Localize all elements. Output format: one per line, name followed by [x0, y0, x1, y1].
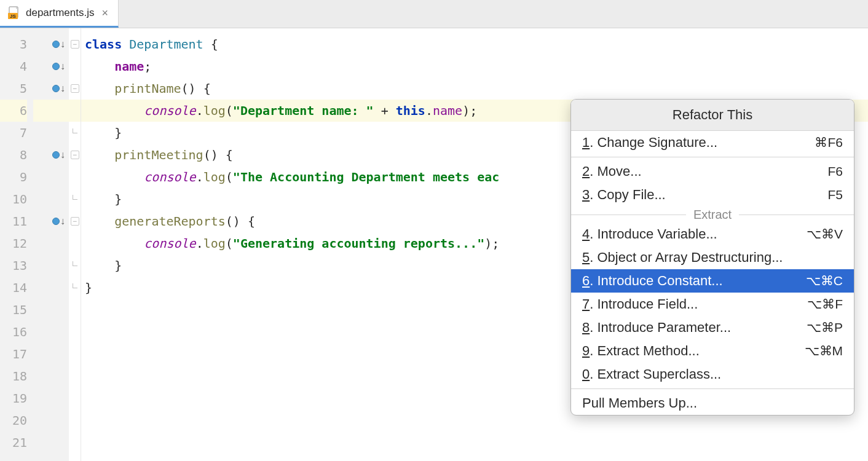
gutter-icon-row: [33, 277, 69, 299]
gutter-icon-row: ↓: [33, 144, 69, 166]
fold-row: [69, 144, 81, 166]
implementing-icon[interactable]: ↓: [52, 33, 65, 55]
gutter-icon-row: ↓: [33, 77, 69, 100]
gutter-icon-row: [33, 299, 69, 321]
gutter-icon-row: [33, 188, 69, 210]
line-number: 10: [0, 188, 27, 210]
menu-item[interactable]: 7. Introduce Field...⌥⌘F: [571, 293, 854, 316]
menu-item-label: 1. Change Signature...: [582, 135, 717, 151]
menu-item-shortcut: F5: [827, 187, 843, 202]
gutter-icon-row: ↓: [33, 210, 69, 232]
fold-collapse-icon[interactable]: [71, 84, 79, 93]
gutter-icon-row: [33, 321, 69, 343]
fold-gutter: [69, 28, 81, 461]
fold-row: [69, 409, 81, 431]
fold-collapse-icon[interactable]: [71, 217, 79, 226]
fold-row: [69, 299, 81, 321]
line-number: 14: [0, 277, 27, 299]
fold-row: [69, 166, 81, 188]
menu-item-label: 6. Introduce Constant...: [582, 273, 723, 289]
fold-end-icon: [71, 261, 79, 270]
fold-row: [69, 254, 81, 277]
gutter-icon-row: [33, 431, 69, 454]
fold-row: [69, 210, 81, 232]
fold-row: [69, 343, 81, 365]
tab-bar: JS departments.js ×: [0, 0, 868, 28]
menu-item-label: Pull Members Up...: [582, 395, 697, 411]
menu-item[interactable]: 1. Change Signature...⌘F6: [571, 131, 854, 154]
menu-item-shortcut: ⌥⌘P: [807, 320, 843, 335]
fold-row: [69, 55, 81, 77]
menu-item[interactable]: 2. Move...F6: [571, 160, 854, 183]
line-number: 15: [0, 299, 27, 321]
menu-item-shortcut: ⌥⌘F: [807, 297, 843, 312]
gutter-icon-row: [33, 343, 69, 365]
line-number: 8: [0, 144, 27, 166]
menu-item[interactable]: 0. Extract Superclass...: [571, 363, 854, 386]
implementing-icon[interactable]: ↓: [52, 210, 65, 232]
line-number: 4: [0, 55, 27, 77]
file-tab[interactable]: JS departments.js ×: [0, 0, 119, 28]
menu-item-label: 8. Introduce Parameter...: [582, 320, 731, 336]
gutter-icon-row: [33, 254, 69, 277]
fold-end-icon: [71, 128, 79, 137]
menu-separator: [571, 157, 854, 157]
menu-item-shortcut: ⌥⌘C: [806, 274, 843, 288]
fold-row: [69, 277, 81, 299]
fold-row: [69, 188, 81, 210]
menu-item[interactable]: 5. Object or Array Destructuring...: [571, 246, 854, 269]
fold-row: [69, 387, 81, 409]
implementing-icon[interactable]: ↓: [52, 144, 65, 166]
line-number: 20: [0, 409, 27, 431]
code-line[interactable]: class Department {: [81, 33, 868, 55]
implementing-icon[interactable]: ↓: [52, 55, 65, 77]
menu-group-label: Extract: [571, 207, 854, 223]
refactor-popup: Refactor This 1. Change Signature...⌘F62…: [570, 99, 854, 416]
line-number: 11: [0, 210, 27, 232]
line-number: 6: [0, 100, 27, 122]
line-number: 13: [0, 254, 27, 277]
menu-item-shortcut: F6: [827, 164, 843, 179]
close-icon[interactable]: ×: [100, 7, 111, 20]
code-line[interactable]: name;: [81, 55, 868, 77]
fold-row: [69, 431, 81, 454]
menu-item[interactable]: Pull Members Up...: [571, 392, 854, 415]
menu-separator: [571, 388, 854, 389]
fold-row: [69, 122, 81, 144]
gutter-icon-row: [33, 100, 69, 122]
menu-item-shortcut: ⌘F6: [815, 135, 843, 150]
line-number: 18: [0, 365, 27, 387]
gutter-icon-row: ↓: [33, 55, 69, 77]
gutter-icon-row: [33, 365, 69, 387]
menu-item[interactable]: 8. Introduce Parameter...⌥⌘P: [571, 316, 854, 339]
line-number: 3: [0, 33, 27, 55]
menu-item-label: 3. Copy File...: [582, 187, 666, 203]
js-file-icon: JS: [7, 6, 21, 20]
gutter-icon-row: [33, 387, 69, 409]
line-number: 16: [0, 321, 27, 343]
menu-item-label: 2. Move...: [582, 164, 642, 179]
menu-item-shortcut: ⌥⌘V: [807, 227, 843, 242]
gutter-icon-row: [33, 166, 69, 188]
gutter-icon-row: ↓: [33, 33, 69, 55]
implementing-icon[interactable]: ↓: [52, 77, 65, 100]
fold-row: [69, 365, 81, 387]
fold-row: [69, 321, 81, 343]
fold-end-icon: [71, 195, 79, 203]
menu-item[interactable]: 3. Copy File...F5: [571, 183, 854, 207]
code-line[interactable]: printName() {: [81, 77, 868, 100]
gutter-icon-row: [33, 409, 69, 431]
line-number: 9: [0, 166, 27, 188]
menu-item-label: 4. Introduce Variable...: [582, 226, 717, 242]
menu-item[interactable]: 9. Extract Method...⌥⌘M: [571, 339, 854, 363]
popup-title: Refactor This: [571, 100, 854, 131]
fold-collapse-icon[interactable]: [71, 40, 79, 49]
menu-item[interactable]: 6. Introduce Constant...⌥⌘C: [571, 269, 854, 293]
menu-item[interactable]: 4. Introduce Variable...⌥⌘V: [571, 223, 854, 246]
code-line[interactable]: [81, 431, 868, 454]
menu-item-label: 0. Extract Superclass...: [582, 366, 721, 382]
gutter-icon-row: [33, 122, 69, 144]
fold-collapse-icon[interactable]: [71, 151, 79, 159]
line-number: 17: [0, 343, 27, 365]
menu-item-label: 7. Introduce Field...: [582, 296, 698, 312]
